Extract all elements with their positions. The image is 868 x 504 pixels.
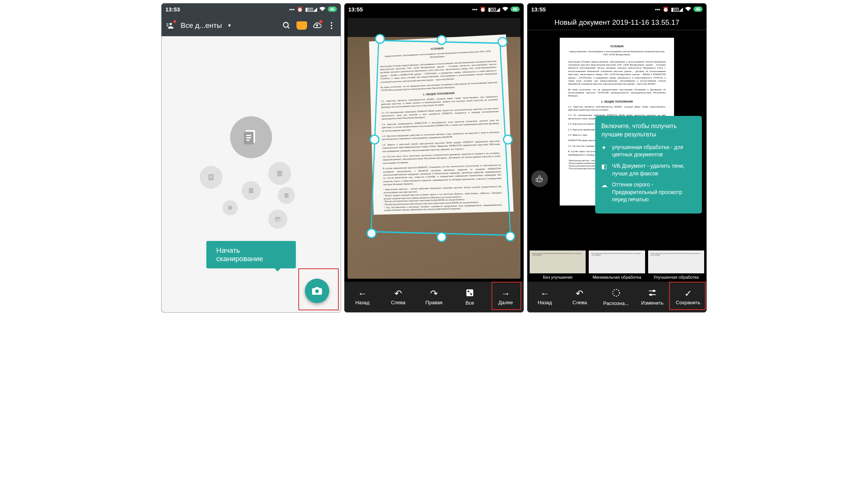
svg-rect-2: [167, 26, 168, 26]
highlight-box: [298, 268, 339, 310]
svg-rect-18: [249, 188, 253, 193]
status-bar: 13:55 ••• ⏰ ▮▯▯◢ 46: [344, 3, 524, 15]
status-bar: 13:55 ••• ⏰ ▮▯▯◢ 46: [527, 3, 706, 15]
filter-strip: Условия предоставления обслуживания испо…: [527, 248, 706, 282]
cloud-upload-icon[interactable]: [312, 21, 322, 30]
svg-point-22: [276, 218, 277, 219]
document-icon: [278, 187, 295, 204]
status-icons: ••• ⏰ ▮▯▯◢ 46: [472, 6, 520, 12]
svg-line-4: [288, 27, 290, 29]
back-button[interactable]: ← Назад: [533, 289, 556, 305]
expand-button[interactable]: Все: [458, 289, 481, 306]
crop-handle[interactable]: [498, 37, 508, 47]
screen-crop: 13:55 ••• ⏰ ▮▯▯◢ 46 УСЛОВИЯ предоставлен…: [344, 3, 524, 313]
svg-rect-16: [210, 177, 213, 178]
document-icon: [223, 200, 238, 215]
crop-handle[interactable]: [503, 135, 513, 144]
svg-point-8: [331, 27, 332, 29]
document-title[interactable]: Новый документ 2019-11-16 13.55.17: [527, 15, 706, 30]
status-icons: ••• ⏰ ▮▯▯◢ 46: [655, 6, 703, 12]
svg-point-30: [650, 294, 652, 295]
arrow-left-icon: ←: [358, 289, 367, 298]
scan-icon: [612, 288, 621, 299]
cloud-icon: ☁: [601, 181, 608, 189]
signal-icon: ▮▯▯◢: [305, 6, 317, 12]
expand-icon: [466, 289, 474, 299]
svg-rect-17: [277, 171, 282, 177]
recognize-button[interactable]: Распозна...: [603, 288, 629, 306]
rotate-left-icon: ↶: [394, 289, 402, 298]
svg-point-26: [613, 289, 620, 296]
rotate-left-button[interactable]: ↶ Слева: [387, 289, 410, 305]
premium-icon[interactable]: [296, 21, 307, 30]
crop-handle[interactable]: [375, 34, 385, 44]
screen-filter: 13:55 ••• ⏰ ▮▯▯◢ 46 Новый документ 2019-…: [527, 3, 707, 313]
document-icon: [200, 166, 223, 189]
svg-point-6: [331, 22, 332, 24]
filter-body: УСЛОВИЯ предоставления, обслуживания и и…: [527, 30, 706, 312]
svg-point-0: [170, 23, 172, 25]
svg-rect-19: [284, 193, 288, 198]
status-bar: 13:53 ••• ⏰ ▮▯▯◢ 46: [162, 3, 341, 15]
alarm-icon: ⏰: [663, 6, 669, 12]
crop-frame[interactable]: [368, 37, 511, 241]
clock: 13:55: [348, 6, 363, 13]
search-icon[interactable]: [282, 21, 291, 30]
svg-marker-24: [371, 40, 511, 235]
svg-rect-1: [167, 24, 168, 24]
signal-icon: ▮▯▯◢: [488, 6, 500, 12]
arrow-left-icon: ←: [540, 289, 549, 298]
tooltip-title: Включите, чтобы получить лучшие результа…: [601, 122, 696, 139]
wifi-icon: [502, 6, 508, 12]
filter-enhanced[interactable]: Условия предоставления обслуживания испо…: [648, 250, 704, 279]
screen-documents-list: 13:53 ••• ⏰ ▮▯▯◢ 46 Все д...енты ▼: [161, 3, 341, 313]
camera-preview[interactable]: УСЛОВИЯ предоставления, обслуживания и и…: [348, 18, 520, 279]
document-icon: [268, 162, 291, 185]
document-icon: [242, 181, 261, 200]
filter-minimal[interactable]: Условия предоставления обслуживания испо…: [589, 250, 645, 279]
rotate-right-icon: ↷: [430, 289, 438, 298]
app-bar: Все д...енты ▼: [162, 15, 341, 36]
dropdown-icon[interactable]: ▼: [227, 23, 232, 28]
status-icons: ••• ⏰ ▮▯▯◢ 46: [289, 6, 337, 12]
clock: 13:55: [531, 6, 546, 13]
wifi-icon: [685, 6, 691, 12]
app-bar-title[interactable]: Все д...енты: [181, 21, 222, 30]
highlight-box: [492, 282, 521, 310]
crop-body: УСЛОВИЯ предоставления, обслуживания и и…: [344, 15, 524, 312]
crop-handle[interactable]: [437, 232, 447, 242]
filter-tooltip: Включите, чтобы получить лучшие результа…: [595, 116, 702, 213]
signal-icon: ▮▯▯◢: [671, 6, 683, 12]
sliders-icon: [648, 289, 657, 299]
wifi-icon: [319, 6, 325, 12]
crop-handle[interactable]: [505, 231, 515, 241]
image-icon: [268, 210, 287, 229]
alarm-icon: ⏰: [297, 6, 303, 12]
sparkle-icon: ✦: [601, 144, 608, 152]
svg-point-7: [331, 25, 332, 26]
more-icon[interactable]: [327, 21, 336, 30]
svg-rect-25: [466, 289, 473, 296]
contrast-icon: ◧: [601, 162, 608, 171]
rotate-left-button[interactable]: ↶ Слева: [568, 289, 591, 305]
menu-icon[interactable]: [166, 21, 175, 30]
feedback-icon[interactable]: [531, 170, 548, 187]
svg-rect-12: [247, 137, 251, 138]
scan-tooltip: Начать сканирование: [207, 241, 296, 268]
edit-button[interactable]: Изменить: [641, 289, 664, 306]
documents-body: Начать сканирование: [162, 36, 341, 312]
battery-badge: 46: [693, 6, 703, 12]
svg-rect-20: [228, 206, 232, 210]
filter-none[interactable]: Условия предоставления обслуживания испо…: [530, 250, 586, 279]
crop-handle[interactable]: [367, 228, 376, 238]
highlight-box: [669, 282, 706, 310]
back-button[interactable]: ← Назад: [351, 289, 374, 305]
battery-badge: 46: [511, 6, 520, 12]
alarm-icon: ⏰: [480, 6, 486, 12]
rotate-right-button[interactable]: ↷ Правая: [423, 289, 445, 305]
rotate-left-icon: ↶: [576, 289, 583, 298]
svg-point-3: [283, 22, 288, 27]
svg-rect-13: [247, 140, 250, 141]
clock: 13:53: [165, 6, 180, 13]
preview-area: УСЛОВИЯ предоставления, обслуживания и и…: [527, 30, 706, 248]
